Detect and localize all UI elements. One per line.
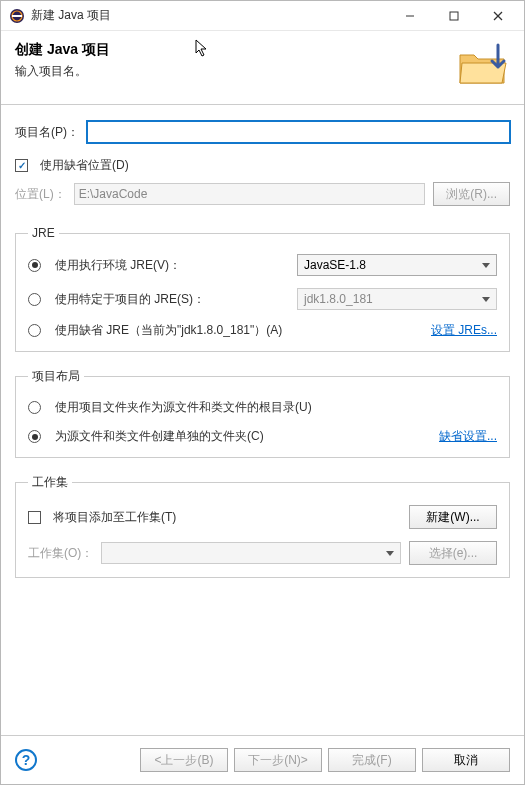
finish-button[interactable]: 完成(F) [328,748,416,772]
jre-project-radio[interactable] [28,293,41,306]
location-input [74,183,426,205]
project-name-label: 项目名(P)： [15,124,79,141]
window-title: 新建 Java 项目 [31,7,388,24]
dialog-content: 项目名(P)： 使用缺省位置(D) 位置(L)： 浏览(R)... JRE 使用… [1,105,524,735]
layout-legend: 项目布局 [28,368,84,385]
jre-default-row: 使用缺省 JRE（当前为"jdk1.8.0_181"）(A) 设置 JREs..… [28,322,497,339]
jre-project-value: jdk1.8.0_181 [304,292,373,306]
default-location-row: 使用缺省位置(D) [15,157,510,174]
layout-separate-row: 为源文件和类文件创建单独的文件夹(C) 缺省设置... [28,428,497,445]
project-name-input[interactable] [87,121,510,143]
dialog-footer: ? <上一步(B) 下一步(N)> 完成(F) 取消 [1,735,524,784]
help-button[interactable]: ? [15,749,37,771]
default-location-checkbox[interactable] [15,159,28,172]
workingset-select-button[interactable]: 选择(e)... [409,541,497,565]
layout-defaults-link[interactable]: 缺省设置... [439,428,497,445]
maximize-button[interactable] [432,2,476,30]
workingset-add-row: 将项目添加至工作集(T) 新建(W)... [28,505,497,529]
dialog-subtitle: 输入项目名。 [15,63,510,80]
layout-group: 项目布局 使用项目文件夹作为源文件和类文件的根目录(U) 为源文件和类文件创建单… [15,368,510,458]
dialog-title: 创建 Java 项目 [15,41,510,59]
workingset-add-label: 将项目添加至工作集(T) [53,509,401,526]
workingset-new-button[interactable]: 新建(W)... [409,505,497,529]
cancel-button[interactable]: 取消 [422,748,510,772]
jre-project-row: 使用特定于项目的 JRE(S)： jdk1.8.0_181 [28,288,497,310]
dialog-window: 新建 Java 项目 创建 Java 项目 输入项目名。 项目名(P)： 使用缺… [0,0,525,785]
layout-separate-radio[interactable] [28,430,41,443]
svg-rect-4 [450,12,458,20]
jre-legend: JRE [28,226,59,240]
minimize-button[interactable] [388,2,432,30]
workingset-label: 工作集(O)： [28,545,93,562]
layout-root-label: 使用项目文件夹作为源文件和类文件的根目录(U) [55,399,497,416]
workingset-legend: 工作集 [28,474,72,491]
layout-separate-label: 为源文件和类文件创建单独的文件夹(C) [55,428,431,445]
dialog-header: 创建 Java 项目 输入项目名。 [1,31,524,105]
back-button[interactable]: <上一步(B) [140,748,228,772]
jre-project-label: 使用特定于项目的 JRE(S)： [55,291,289,308]
layout-root-radio[interactable] [28,401,41,414]
workingset-select-row: 工作集(O)： 选择(e)... [28,541,497,565]
workingset-select [101,542,401,564]
jre-exec-env-radio[interactable] [28,259,41,272]
configure-jres-link[interactable]: 设置 JREs... [431,322,497,339]
location-label: 位置(L)： [15,186,66,203]
titlebar: 新建 Java 项目 [1,1,524,31]
jre-default-label: 使用缺省 JRE（当前为"jdk1.8.0_181"）(A) [55,322,423,339]
jre-exec-env-value: JavaSE-1.8 [304,258,366,272]
workingset-group: 工作集 将项目添加至工作集(T) 新建(W)... 工作集(O)： 选择(e).… [15,474,510,578]
browse-button[interactable]: 浏览(R)... [433,182,510,206]
jre-exec-env-label: 使用执行环境 JRE(V)： [55,257,289,274]
layout-root-row: 使用项目文件夹作为源文件和类文件的根目录(U) [28,399,497,416]
location-row: 位置(L)： 浏览(R)... [15,182,510,206]
jre-exec-env-select[interactable]: JavaSE-1.8 [297,254,497,276]
jre-group: JRE 使用执行环境 JRE(V)： JavaSE-1.8 使用特定于项目的 J… [15,226,510,352]
jre-project-select: jdk1.8.0_181 [297,288,497,310]
next-button[interactable]: 下一步(N)> [234,748,322,772]
jre-exec-env-row: 使用执行环境 JRE(V)： JavaSE-1.8 [28,254,497,276]
project-name-row: 项目名(P)： [15,121,510,143]
wizard-folder-icon [456,41,510,90]
jre-default-radio[interactable] [28,324,41,337]
close-button[interactable] [476,2,520,30]
svg-rect-2 [12,15,22,17]
workingset-add-checkbox[interactable] [28,511,41,524]
default-location-label: 使用缺省位置(D) [40,157,129,174]
eclipse-icon [9,8,25,24]
